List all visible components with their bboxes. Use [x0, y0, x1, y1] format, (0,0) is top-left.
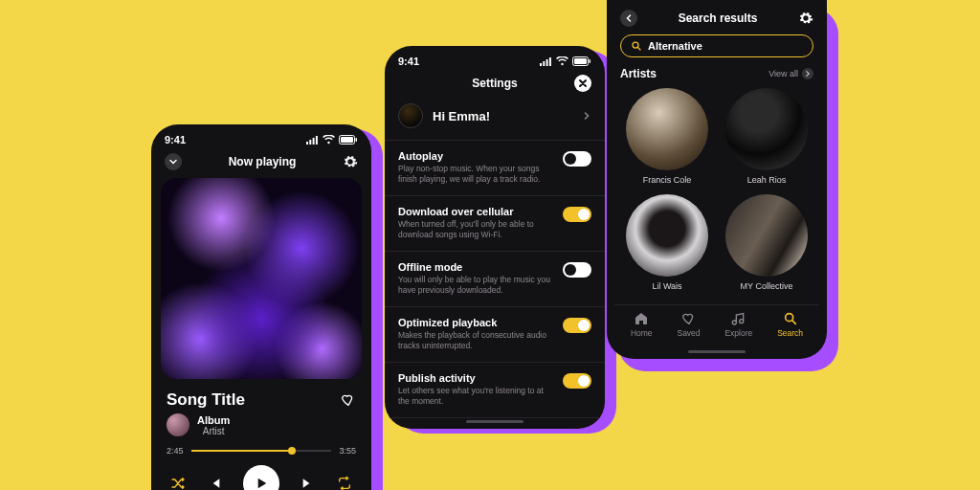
artist-name: Lil Wais	[652, 281, 681, 291]
next-button[interactable]	[301, 476, 316, 490]
artist-card[interactable]: Lil Wais	[624, 194, 710, 291]
album-name: Album	[197, 414, 230, 426]
artist-card[interactable]: MY Collective	[724, 194, 810, 291]
setting-label: Optimized playback	[398, 317, 553, 328]
setting-desc: Let others see what you're listening to …	[398, 386, 553, 408]
view-all-label: View all	[768, 69, 798, 78]
shuffle-icon	[170, 476, 186, 490]
album-row[interactable]: Album Artist	[167, 413, 245, 436]
heart-icon	[681, 311, 697, 326]
song-meta: Song Title Album Artist	[151, 379, 371, 440]
back-button[interactable]	[620, 10, 637, 27]
tab-bar: HomeSavedExploreSearch	[614, 304, 819, 345]
artist-name: MY Collective	[741, 281, 793, 291]
settings-button[interactable]	[343, 154, 358, 169]
artist-card[interactable]: Francis Cole	[624, 88, 710, 185]
artist-name: Leah Rios	[747, 175, 787, 185]
setting-desc: Play non-stop music. When your songs fin…	[398, 164, 553, 186]
home-indicator	[688, 350, 746, 353]
status-bar: 9:41	[385, 46, 605, 71]
view-all-button[interactable]: View all	[768, 68, 813, 79]
setting-desc: You will only be able to play the music …	[398, 275, 553, 297]
now-playing-screen: 9:41 Now playing Song Title Album Artist	[151, 124, 371, 490]
artist-name: Francis Cole	[643, 175, 692, 185]
wifi-icon	[323, 135, 335, 145]
artist-card[interactable]: Leah Rios	[724, 88, 810, 185]
remaining-time: 3:55	[339, 446, 356, 456]
heart-icon	[341, 392, 356, 408]
settings-button[interactable]	[798, 11, 813, 26]
tab-saved[interactable]: Saved	[677, 311, 700, 338]
toggle[interactable]	[563, 318, 591, 333]
search-icon	[631, 40, 642, 52]
svg-rect-5	[590, 59, 591, 63]
tab-explore[interactable]: Explore	[724, 311, 752, 338]
setting-label: Offline mode	[398, 261, 553, 273]
gear-icon	[798, 11, 813, 26]
setting-row: Optimized playbackMakes the playback of …	[385, 307, 605, 363]
now-playing-header: Now playing	[151, 149, 371, 178]
profile-row[interactable]: Hi Emma!	[385, 100, 605, 141]
home-icon	[634, 311, 649, 326]
tab-label: Search	[777, 328, 803, 338]
artist-grid: Francis Cole Leah Rios Lil Wais MY Colle…	[607, 86, 827, 297]
music-icon	[731, 311, 746, 326]
toggle[interactable]	[563, 262, 591, 278]
repeat-button[interactable]	[337, 476, 352, 490]
shuffle-button[interactable]	[170, 476, 186, 490]
tab-home[interactable]: Home	[631, 311, 653, 338]
artist-image	[626, 194, 708, 277]
favorite-button[interactable]	[341, 392, 356, 408]
settings-header: Settings	[385, 71, 605, 100]
setting-row: AutoplayPlay non-stop music. When your s…	[385, 141, 605, 196]
search-results-screen: Search results Alternative Artists View …	[607, 0, 827, 359]
play-button[interactable]	[243, 465, 279, 490]
close-button[interactable]	[574, 75, 591, 92]
greeting: Hi Emma!	[433, 109, 572, 123]
setting-label: Publish activity	[398, 372, 553, 384]
search-icon	[783, 311, 798, 326]
settings-list: AutoplayPlay non-stop music. When your s…	[385, 141, 605, 418]
setting-desc: When turned off, you'll only be able to …	[398, 219, 553, 241]
settings-screen: 9:41 Settings Hi Emma! AutoplayPlay non-…	[385, 46, 605, 429]
setting-row: Download over cellularWhen turned off, y…	[385, 196, 605, 252]
chevron-down-icon	[168, 157, 178, 167]
cellular-icon	[305, 135, 319, 145]
setting-label: Autoplay	[398, 150, 553, 162]
toggle[interactable]	[563, 151, 591, 167]
toggle[interactable]	[563, 373, 591, 389]
wifi-icon	[556, 56, 568, 66]
tab-label: Saved	[677, 328, 700, 338]
battery-icon	[339, 135, 358, 145]
svg-rect-2	[356, 138, 358, 142]
skip-back-icon	[207, 476, 222, 490]
artist-image	[725, 194, 808, 277]
search-header: Search results	[607, 0, 827, 34]
play-icon	[254, 476, 269, 490]
tab-label: Explore	[724, 328, 752, 338]
battery-icon	[572, 56, 591, 66]
status-icons	[539, 56, 591, 66]
artist-image	[626, 88, 708, 170]
gear-icon	[343, 154, 358, 169]
repeat-icon	[337, 476, 352, 490]
status-time: 9:41	[165, 134, 186, 145]
artist-name: Artist	[197, 426, 230, 436]
search-input[interactable]: Alternative	[620, 34, 813, 57]
chevron-right-icon	[804, 70, 812, 78]
progress-row: 2:45 3:55	[151, 440, 371, 457]
section-title: Artists	[620, 67, 657, 80]
seek-bar[interactable]	[191, 450, 332, 452]
search-title: Search results	[679, 11, 758, 25]
toggle[interactable]	[563, 207, 591, 222]
cellular-icon	[539, 56, 552, 66]
collapse-button[interactable]	[165, 153, 182, 170]
playback-controls	[151, 457, 371, 490]
setting-label: Download over cellular	[398, 206, 553, 217]
tab-search[interactable]: Search	[777, 311, 803, 338]
album-art	[161, 178, 362, 379]
album-thumbnail	[167, 413, 189, 436]
previous-button[interactable]	[207, 476, 222, 490]
close-icon	[578, 78, 588, 88]
status-icons	[305, 135, 358, 145]
